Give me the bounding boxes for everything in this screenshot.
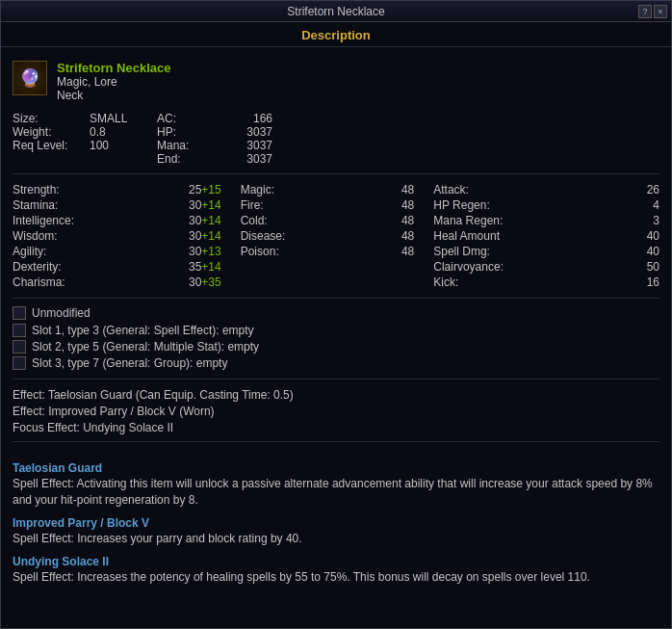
section-header: Description [1,22,671,47]
end-value: 3037 [215,152,272,166]
spell3-name: Undying Solace II [13,555,659,568]
mana-value: 3037 [215,139,272,152]
end-label: End: [157,152,215,166]
attr-spell-dmg: Spell Dmg: 40 [433,244,659,259]
slot3-row: Slot 3, type 7 (General: Group): empty [13,356,659,370]
close-button[interactable]: × [654,5,667,18]
attr-poison: Poison: 48 [241,244,415,259]
hp-label: HP: [157,125,215,139]
attr-stamina: Stamina: 30+14 [13,197,221,213]
attr-kick: Kick: 16 [433,275,659,290]
titlebar-controls: ? × [638,5,667,18]
slot2-label: Slot 2, type 5 (General: Multiple Stat):… [32,340,259,354]
weight-label: Weight: [13,125,90,139]
item-type-line1: Magic, Lore [57,75,171,89]
unmodified-label: Unmodified [32,306,90,320]
slots-section: Unmodified Slot 1, type 3 (General: Spel… [13,306,659,380]
spell2-name: Improved Parry / Block V [13,516,659,530]
slot1-label: Slot 1, type 3 (General: Spell Effect): … [32,324,254,337]
item-type-line2: Neck [57,89,171,102]
item-header: 🔮 Strifetorn Necklace Magic, Lore Neck [13,55,659,102]
spell-details-section: Taelosian Guard Spell Effect: Activating… [13,450,659,585]
attr-wisdom: Wisdom: 30+14 [13,228,221,244]
req-label: Req Level: [13,139,90,152]
mana-label: Mana: [157,139,215,152]
attr-dexterity: Dexterity: 35+14 [13,259,221,275]
attr-mana-regen: Mana Regen: 3 [433,213,659,228]
attr-fire: Fire: 48 [241,197,415,213]
attr-hp-regen: HP Regen: 4 [433,197,659,213]
effect-1: Effect: Taelosian Guard (Can Equip. Cast… [13,387,659,404]
resist-stats-col: Magic: 48 Fire: 48 Cold: 48 Disease: 48 … [241,182,415,290]
spell3-desc: Spell Effect: Increases the potency of h… [13,569,659,586]
unmodified-row: Unmodified [13,306,659,320]
spell1-desc: Spell Effect: Activating this item will … [13,476,659,509]
hp-value: 3037 [215,125,272,139]
primary-stats-col: Strength: 25+15 Stamina: 30+14 Intellige… [13,182,221,290]
effect-2: Effect: Improved Parry / Block V (Worn) [13,404,659,420]
item-name: Strifetorn Necklace [57,61,171,75]
help-button[interactable]: ? [638,5,652,18]
attr-cold: Cold: 48 [241,213,415,228]
slot2-box[interactable] [13,340,26,354]
window-title: Strifetorn Necklace [287,5,384,18]
spell2-desc: Spell Effect: Increases your parry and b… [13,531,659,547]
effects-section: Effect: Taelosian Guard (Can Equip. Cast… [13,387,659,442]
content-area: 🔮 Strifetorn Necklace Magic, Lore Neck S… [1,47,671,593]
ac-label: AC: [157,112,215,125]
size-value: SMALL [90,112,157,125]
req-value: 100 [90,139,157,152]
item-window: Strifetorn Necklace ? × Description 🔮 St… [0,0,672,629]
attr-clairvoyance: Clairvoyance: 50 [433,259,659,275]
item-info: Strifetorn Necklace Magic, Lore Neck [57,61,171,102]
basic-stats: Size: SMALL AC: 166 Weight: 0.8 HP: 3037… [13,112,659,174]
ac-value: 166 [215,112,272,125]
weight-value: 0.8 [90,125,157,139]
slot1-row: Slot 1, type 3 (General: Spell Effect): … [13,324,659,337]
slot2-row: Slot 2, type 5 (General: Multiple Stat):… [13,340,659,354]
attributes-section: Strength: 25+15 Stamina: 30+14 Intellige… [13,182,659,299]
attr-intelligence: Intelligence: 30+14 [13,213,221,228]
spell1-name: Taelosian Guard [13,461,659,475]
titlebar: Strifetorn Necklace ? × [1,1,671,22]
effect-3: Focus Effect: Undying Solace II [13,420,659,436]
attr-attack: Attack: 26 [433,182,659,197]
item-icon: 🔮 [13,61,47,95]
attr-charisma: Charisma: 30+35 [13,275,221,290]
combat-stats-col: Attack: 26 HP Regen: 4 Mana Regen: 3 Hea… [433,182,659,290]
attr-heal-amount: Heal Amount 40 [433,228,659,244]
size-label: Size: [13,112,90,125]
attr-disease: Disease: 48 [241,228,415,244]
unmodified-checkbox[interactable] [13,306,26,320]
attr-strength: Strength: 25+15 [13,182,221,197]
attr-magic: Magic: 48 [241,182,415,197]
slot3-label: Slot 3, type 7 (General: Group): empty [32,356,227,370]
attr-agility: Agility: 30+13 [13,244,221,259]
slot3-box[interactable] [13,356,26,370]
slot1-box[interactable] [13,324,26,337]
